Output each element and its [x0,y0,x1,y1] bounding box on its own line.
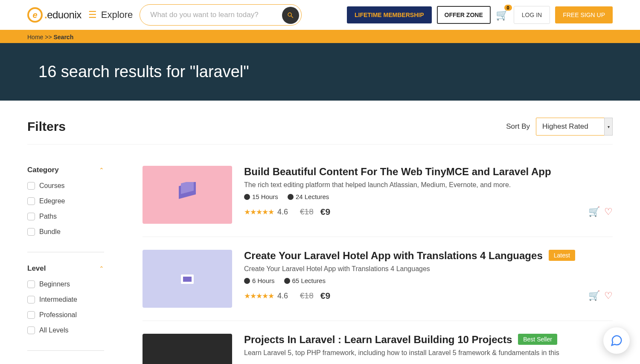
star-rating: ★★★★★ [244,208,274,217]
sort-select[interactable]: Highest Rated [536,118,613,136]
course-body: Create Your Laravel Hotel App with Trans… [244,250,613,308]
course-title[interactable]: Create Your Laravel Hotel App with Trans… [244,250,543,262]
course-thumbnail[interactable] [143,334,232,364]
filter-title: Level [27,264,46,273]
price-new: €9 [320,207,330,217]
filter-label: Bundle [39,228,61,236]
clock-icon [244,194,250,200]
svg-rect-3 [183,277,192,282]
checkbox[interactable] [27,197,35,205]
logo[interactable]: e .eduonix [27,7,81,23]
course-meta: 6 Hours 65 Lectures [244,277,613,284]
results-list: Build Beautiful Content For The Web Tiny… [143,166,613,364]
explore-menu[interactable]: ☰ Explore [88,9,133,20]
course-badge: Latest [549,250,575,261]
filter-label: Edegree [39,197,65,205]
course-title[interactable]: Projects In Laravel : Learn Laravel Buil… [244,334,512,346]
login-button[interactable]: LOG IN [514,6,550,24]
top-bar: Filters Sort By Highest Rated ▾ [27,118,613,144]
filters-heading: Filters [27,119,66,134]
checkbox[interactable] [27,311,35,319]
filter-option[interactable]: Bundle [27,228,104,236]
filter-label: Courses [39,182,65,190]
course-card[interactable]: Create Your Laravel Hotel App with Trans… [143,250,613,321]
filter-label: Professional [39,311,77,319]
breadcrumb-current: Search [54,34,74,40]
filter-label: Beginners [39,280,70,288]
course-card[interactable]: Build Beautiful Content For The Web Tiny… [143,166,613,237]
rating-value: 4.6 [277,208,288,217]
filter-section: Category⌃CoursesEdegreePathsBundle [27,166,104,252]
filter-option[interactable]: All Levels [27,326,104,334]
page-title: 16 search results for "laravel" [38,63,602,81]
wishlist-icon[interactable]: ♡ [604,290,613,301]
sidebar: Category⌃CoursesEdegreePathsBundleLevel⌃… [27,166,104,364]
filter-option[interactable]: Courses [27,182,104,190]
course-card[interactable]: Projects In Laravel : Learn Laravel Buil… [143,334,613,364]
filter-option[interactable]: Intermediate [27,296,104,303]
price-new: €9 [320,291,330,301]
hours-meta: 6 Hours [244,277,275,284]
hamburger-icon: ☰ [88,9,97,20]
filter-toggle[interactable]: Level⌃ [27,264,104,273]
sort-label: Sort By [506,122,530,131]
chevron-up-icon: ⌃ [99,265,104,272]
checkbox[interactable] [27,296,35,303]
course-meta: 15 Hours 24 Lectures [244,193,613,200]
filter-option[interactable]: Edegree [27,197,104,205]
checkbox[interactable] [27,213,35,220]
course-description: The rich text editing platform that help… [244,181,613,189]
chat-widget[interactable] [603,327,630,354]
chat-icon [610,334,623,347]
checkbox[interactable] [27,228,35,236]
filter-section: Level⌃BeginnersIntermediateProfessionalA… [27,264,104,351]
wishlist-icon[interactable]: ♡ [604,206,613,217]
course-title[interactable]: Build Beautiful Content For The Web Tiny… [244,166,551,178]
filter-toggle[interactable]: Category⌃ [27,166,104,174]
checkbox[interactable] [27,182,35,190]
chevron-up-icon: ⌃ [99,167,104,173]
lectures-meta: 24 Lectures [288,193,329,200]
clock-icon [244,278,250,284]
rating-value: 4.6 [277,292,288,300]
checkbox[interactable] [27,280,35,288]
course-description: Learn Laravel 5, top PHP framework, incl… [244,349,613,357]
course-body: Build Beautiful Content For The Web Tiny… [244,166,613,224]
course-description: Create Your Laravel Hotel App with Trans… [244,265,613,273]
header-right: LIFETIME MEMBERSHIP OFFER ZONE 🛒 0 LOG I… [347,6,613,24]
filter-option[interactable]: Beginners [27,280,104,288]
explore-label: Explore [101,9,133,20]
cart-icon: 🛒 [496,9,509,20]
membership-button[interactable]: LIFETIME MEMBERSHIP [347,6,432,23]
cart-button[interactable]: 🛒 0 [496,9,509,21]
search-input[interactable] [140,4,302,26]
hero: 16 search results for "laravel" [0,43,640,101]
filter-option[interactable]: Professional [27,311,104,319]
course-badge: Best Seller [518,334,557,345]
add-to-cart-icon[interactable]: 🛒 [588,206,600,217]
price-old: €18 [300,207,314,217]
logo-icon: e [27,7,43,23]
chevron-down-icon[interactable]: ▾ [604,118,613,136]
course-bottom: ★★★★★4.6€18€9🛒♡ [244,290,613,301]
price-old: €18 [300,291,314,300]
course-thumbnail[interactable] [143,250,232,308]
filter-label: Intermediate [39,296,77,303]
search-icon [287,12,294,19]
filter-label: All Levels [39,326,68,334]
course-body: Projects In Laravel : Learn Laravel Buil… [244,334,613,364]
star-rating: ★★★★★ [244,292,274,300]
signup-button[interactable]: FREE SIGN UP [555,6,613,23]
checkbox[interactable] [27,326,35,334]
breadcrumb-home[interactable]: Home [27,34,43,40]
add-to-cart-icon[interactable]: 🛒 [588,290,600,301]
header: e .eduonix ☰ Explore LIFETIME MEMBERSHIP… [0,0,640,31]
offer-button[interactable]: OFFER ZONE [437,6,491,24]
lectures-meta: 65 Lectures [284,277,326,284]
course-thumbnail[interactable] [143,166,232,224]
cart-badge: 0 [504,5,512,11]
filter-option[interactable]: Paths [27,213,104,220]
search-box [140,4,302,26]
filter-label: Paths [39,213,57,220]
play-icon [288,194,294,200]
